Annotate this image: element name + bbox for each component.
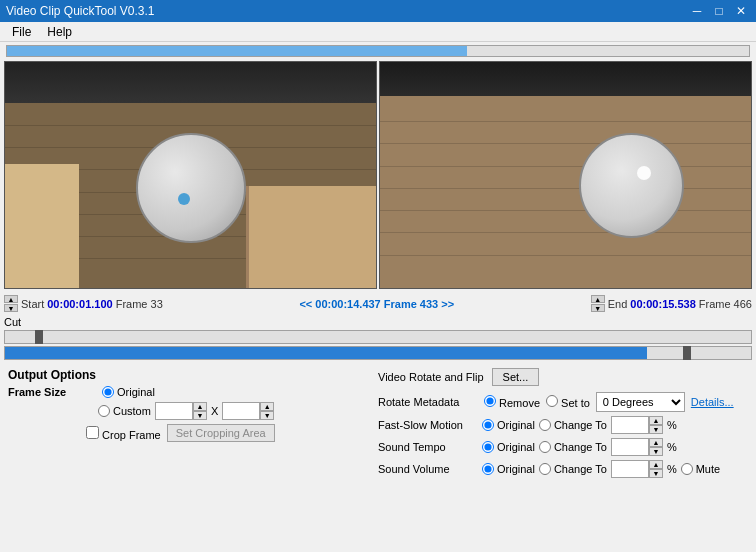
end-value: 00:00:15.538 (630, 298, 695, 310)
crop-frame-checkbox[interactable] (86, 426, 99, 439)
fast-slow-change-text: Change To (554, 419, 607, 431)
cut-section: Cut (0, 314, 756, 364)
fast-slow-original-radio[interactable] (482, 419, 494, 431)
sound-volume-unit: % (667, 463, 677, 475)
wood-texture-right (380, 103, 751, 288)
mute-radio[interactable] (681, 463, 693, 475)
x-separator: X (211, 405, 218, 417)
fast-slow-spinner[interactable]: ▲ ▼ (649, 416, 663, 434)
set-to-radio-text: Set to (561, 397, 590, 409)
menu-bar: File Help (0, 22, 756, 42)
cut-progress-track[interactable] (4, 346, 752, 360)
cut-handle-right[interactable] (683, 346, 691, 360)
width-up-btn[interactable]: ▲ (193, 402, 207, 411)
left-video-panel[interactable] (4, 61, 377, 289)
end-spinner[interactable]: ▲ ▼ (591, 295, 605, 312)
fast-slow-down-btn[interactable]: ▼ (649, 425, 663, 434)
original-radio-label[interactable]: Original (102, 386, 155, 398)
rotate-metadata-label: Rotate Metadata (378, 396, 478, 408)
cut-slider-top[interactable] (4, 330, 752, 344)
mute-radio-text: Mute (696, 463, 720, 475)
end-down-arrow[interactable]: ▼ (591, 304, 605, 312)
height-field[interactable]: 1080 (222, 402, 260, 420)
custom-radio-text: Custom (113, 405, 151, 417)
right-video-panel[interactable] (379, 61, 752, 289)
fast-slow-change-radio[interactable] (539, 419, 551, 431)
minimize-button[interactable]: ─ (688, 2, 706, 20)
crop-frame-row: Crop Frame Set Cropping Area (8, 424, 378, 442)
set-cropping-button[interactable]: Set Cropping Area (167, 424, 275, 442)
sound-volume-original-label[interactable]: Original (482, 463, 535, 475)
options-left-panel: Output Options Frame Size Original Custo… (8, 368, 378, 482)
sound-volume-original-radio[interactable] (482, 463, 494, 475)
top-progress-fill (7, 46, 467, 56)
video-rotate-label: Video Rotate and Flip (378, 371, 484, 383)
fast-slow-value-field[interactable]: 100 (611, 416, 649, 434)
fast-slow-change-label[interactable]: Change To (539, 419, 607, 431)
sound-volume-value-field[interactable]: 100 (611, 460, 649, 478)
sound-volume-up-btn[interactable]: ▲ (649, 460, 663, 469)
sound-tempo-label: Sound Tempo (378, 441, 478, 453)
left-video-scene (5, 62, 376, 288)
maximize-button[interactable]: □ (710, 2, 728, 20)
timecode-center[interactable]: << 00:00:14.437 Frame 433 >> (299, 298, 454, 310)
start-down-arrow[interactable]: ▼ (4, 304, 18, 312)
sound-tempo-spinner[interactable]: ▲ ▼ (649, 438, 663, 456)
sound-volume-change-radio[interactable] (539, 463, 551, 475)
sound-tempo-change-radio[interactable] (539, 441, 551, 453)
timecode-right: ▲ ▼ End 00:00:15.538 Frame 466 (591, 295, 752, 312)
frame-size-row: Frame Size Original (8, 386, 378, 398)
height-down-btn[interactable]: ▼ (260, 411, 274, 420)
degrees-select[interactable]: 0 Degrees 90 Degrees 180 Degrees 270 Deg… (596, 392, 685, 412)
height-spinner[interactable]: ▲ ▼ (260, 402, 274, 420)
start-spinner[interactable]: ▲ ▼ (4, 295, 18, 312)
sound-tempo-value-field[interactable]: 100 (611, 438, 649, 456)
window-body: ▲ ▼ Start 00:00:01.100 Frame 33 << 00:00… (0, 42, 756, 486)
end-label: End (608, 298, 628, 310)
height-up-btn[interactable]: ▲ (260, 402, 274, 411)
width-spinner[interactable]: ▲ ▼ (193, 402, 207, 420)
sound-tempo-down-btn[interactable]: ▼ (649, 447, 663, 456)
custom-row: Custom 1920 ▲ ▼ X 1080 ▲ ▼ (8, 402, 378, 420)
sound-tempo-original-label[interactable]: Original (482, 441, 535, 453)
custom-radio-label[interactable]: Custom (98, 405, 151, 417)
crop-frame-label[interactable]: Crop Frame (86, 426, 161, 441)
close-button[interactable]: ✕ (732, 2, 750, 20)
set-to-radio-label[interactable]: Set to (546, 395, 590, 409)
sound-tempo-up-btn[interactable]: ▲ (649, 438, 663, 447)
menu-help[interactable]: Help (39, 23, 80, 41)
sound-tempo-original-radio[interactable] (482, 441, 494, 453)
fast-slow-up-btn[interactable]: ▲ (649, 416, 663, 425)
set-rotate-button[interactable]: Set... (492, 368, 540, 386)
sound-volume-change-label[interactable]: Change To (539, 463, 607, 475)
sound-tempo-change-label[interactable]: Change To (539, 441, 607, 453)
fast-slow-label: Fast-Slow Motion (378, 419, 478, 431)
details-link[interactable]: Details... (691, 396, 734, 408)
sound-volume-spinner[interactable]: ▲ ▼ (649, 460, 663, 478)
remove-radio-label[interactable]: Remove (484, 395, 540, 409)
mute-radio-label[interactable]: Mute (681, 463, 720, 475)
sound-volume-down-btn[interactable]: ▼ (649, 469, 663, 478)
custom-radio[interactable] (98, 405, 110, 417)
original-radio[interactable] (102, 386, 114, 398)
sound-tempo-change-text: Change To (554, 441, 607, 453)
crop-frame-text: Crop Frame (102, 429, 161, 441)
end-up-arrow[interactable]: ▲ (591, 295, 605, 303)
app-title: Video Clip QuickTool V0.3.1 (6, 4, 155, 18)
cut-handle-top[interactable] (35, 330, 43, 344)
robot-vacuum-right (579, 133, 684, 238)
width-field[interactable]: 1920 (155, 402, 193, 420)
ceiling-right (380, 62, 751, 96)
fast-slow-value-group: 100 ▲ ▼ (611, 416, 663, 434)
sound-volume-row: Sound Volume Original Change To 100 ▲ ▼ (378, 460, 748, 478)
start-up-arrow[interactable]: ▲ (4, 295, 18, 303)
ceiling-left (5, 62, 376, 103)
end-frame: Frame 466 (699, 298, 752, 310)
remove-radio[interactable] (484, 395, 496, 407)
set-to-radio[interactable] (546, 395, 558, 407)
rotate-metadata-row: Rotate Metadata Remove Set to 0 Degrees … (378, 392, 748, 412)
width-down-btn[interactable]: ▼ (193, 411, 207, 420)
fast-slow-original-label[interactable]: Original (482, 419, 535, 431)
menu-file[interactable]: File (4, 23, 39, 41)
top-progress-bar[interactable] (6, 45, 750, 57)
